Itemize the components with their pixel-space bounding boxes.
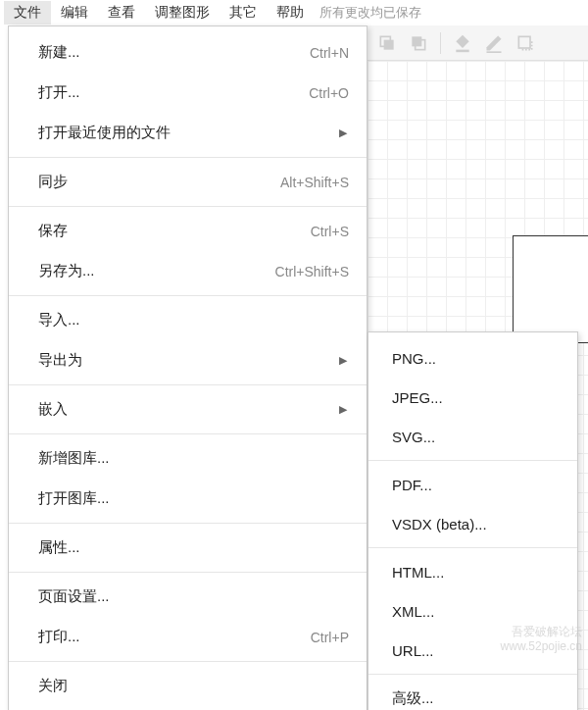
menu-item-label: 导出为 [38, 351, 331, 370]
menu-separator [9, 384, 367, 385]
menu-separator [9, 661, 367, 662]
menubar-item-view[interactable]: 查看 [98, 1, 145, 25]
menu-item-label: 新建... [38, 43, 310, 62]
menu-item-label: 属性... [38, 538, 349, 557]
svg-rect-3 [412, 36, 421, 46]
menu-item-label: 打开图库... [38, 489, 349, 508]
submenu-item[interactable]: PDF... [368, 465, 577, 504]
submenu-item[interactable]: 高级... [368, 679, 577, 710]
submenu-item-label: SVG... [392, 429, 560, 445]
svg-rect-5 [487, 51, 502, 53]
rectangle-shape[interactable] [513, 235, 588, 343]
submenu-item[interactable]: HTML... [368, 552, 577, 591]
menu-item-label: 嵌入 [38, 400, 331, 419]
submenu-item-label: VSDX (beta)... [392, 516, 560, 532]
menubar-item-arrange[interactable]: 调整图形 [145, 1, 220, 25]
menu-item-label: 保存 [38, 222, 311, 240]
submenu-item-label: PDF... [392, 477, 560, 493]
menu-item-shortcut: Alt+Shift+S [280, 175, 349, 190]
menu-item[interactable]: 导出为▶ [9, 340, 367, 380]
menu-item[interactable]: 新建...Ctrl+N [9, 32, 367, 73]
menu-item[interactable]: 属性... [9, 528, 367, 568]
menu-item[interactable]: 保存Ctrl+S [9, 211, 367, 251]
to-back-icon[interactable] [409, 33, 428, 53]
menu-separator [9, 295, 367, 296]
menu-separator [9, 523, 367, 524]
menu-item[interactable]: 关闭 [9, 666, 367, 706]
menubar: 文件 编辑 查看 调整图形 其它 帮助 所有更改均已保存 [0, 0, 588, 25]
submenu-item[interactable]: SVG... [368, 417, 577, 456]
watermark-line2: www.52pojie.cn [501, 639, 582, 655]
menu-item-shortcut: Ctrl+S [311, 224, 349, 239]
menu-item[interactable]: 打开图库... [9, 479, 367, 519]
menubar-item-edit[interactable]: 编辑 [51, 1, 98, 25]
save-status: 所有更改均已保存 [319, 4, 421, 22]
submenu-item[interactable]: PNG... [368, 338, 577, 378]
menu-item-label: 同步 [38, 173, 280, 191]
fill-color-icon[interactable] [453, 33, 472, 53]
menu-item[interactable]: 打开...Ctrl+O [9, 73, 367, 113]
menu-separator [9, 433, 367, 434]
menu-item[interactable]: 嵌入▶ [9, 389, 367, 430]
shadow-icon[interactable] [515, 33, 535, 53]
svg-rect-6 [518, 36, 530, 48]
menu-separator [9, 157, 367, 158]
menubar-item-help[interactable]: 帮助 [267, 1, 314, 25]
menu-item[interactable]: 同步Alt+Shift+S [9, 162, 367, 202]
menu-item-label: 打开... [38, 83, 309, 102]
svg-rect-4 [456, 49, 468, 52]
menu-separator [368, 674, 577, 675]
menu-item[interactable]: 打印...Ctrl+P [9, 617, 367, 657]
submenu-arrow-icon: ▶ [339, 127, 349, 139]
menu-item-shortcut: Ctrl+P [311, 630, 349, 645]
menu-separator [368, 547, 577, 548]
submenu-item-label: PNG... [392, 350, 560, 367]
menu-item[interactable]: 打开最近使用的文件▶ [9, 113, 367, 153]
watermark: 吾爱破解论坛 www.52pojie.cn [501, 625, 582, 655]
submenu-item-label: 高级... [392, 689, 560, 708]
menu-item[interactable]: 新增图库... [9, 438, 367, 479]
menu-separator [9, 572, 367, 573]
submenu-arrow-icon: ▶ [339, 403, 349, 416]
line-color-icon[interactable] [484, 33, 504, 53]
menu-item-label: 打开最近使用的文件 [38, 124, 331, 142]
submenu-item-label: XML... [392, 603, 560, 620]
toolbar [368, 25, 588, 61]
menu-item-shortcut: Ctrl+O [309, 85, 349, 101]
menu-item-shortcut: Ctrl+N [310, 45, 349, 61]
submenu-item-label: JPEG... [392, 389, 560, 406]
menu-item[interactable]: 导入... [9, 300, 367, 340]
menubar-item-extras[interactable]: 其它 [220, 1, 267, 25]
menu-separator [368, 460, 577, 461]
svg-rect-1 [384, 39, 394, 49]
submenu-item[interactable]: JPEG... [368, 378, 577, 417]
menu-item-label: 关闭 [38, 677, 349, 695]
menu-item-label: 新增图库... [38, 449, 349, 468]
watermark-line1: 吾爱破解论坛 [501, 625, 582, 640]
submenu-arrow-icon: ▶ [339, 354, 349, 367]
menu-item-label: 导入... [38, 311, 349, 330]
menu-item-label: 另存为... [38, 262, 275, 280]
menu-item[interactable]: 页面设置... [9, 577, 367, 617]
menu-item[interactable]: 另存为...Ctrl+Shift+S [9, 251, 367, 291]
file-menu-dropdown: 新建...Ctrl+N打开...Ctrl+O打开最近使用的文件▶同步Alt+Sh… [8, 25, 368, 710]
submenu-item-label: HTML... [392, 564, 560, 581]
menu-item-label: 页面设置... [38, 587, 349, 606]
menu-separator [9, 206, 367, 207]
menu-item-shortcut: Ctrl+Shift+S [275, 264, 349, 279]
menubar-item-file[interactable]: 文件 [4, 1, 51, 25]
toolbar-separator [440, 32, 441, 54]
submenu-item[interactable]: VSDX (beta)... [368, 504, 577, 543]
menu-item-label: 打印... [38, 628, 311, 646]
to-front-icon[interactable] [377, 33, 397, 53]
